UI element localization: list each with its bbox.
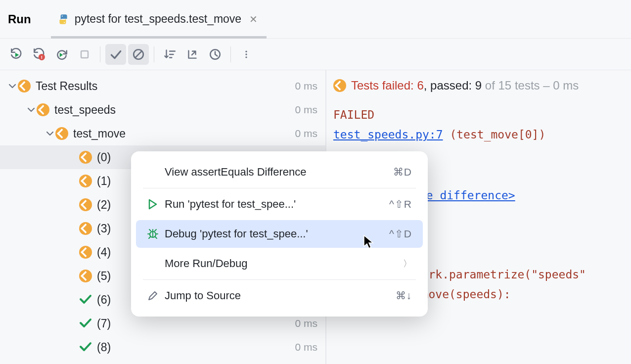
- time-label: 0 ms: [295, 80, 317, 92]
- toggle-autotest-button[interactable]: [51, 44, 72, 65]
- tree-case-row[interactable]: (8) 0 ms: [0, 335, 325, 359]
- tree-node-label: (7): [97, 317, 295, 330]
- test-summary: Tests failed: 6, passed: 9 of 15 tests –…: [333, 75, 625, 96]
- time-label: 0 ms: [295, 128, 317, 139]
- tree-suite-row[interactable]: test_speeds 0 ms: [0, 98, 325, 122]
- tree-node-label: test_speeds: [54, 103, 295, 117]
- svg-rect-9: [81, 51, 88, 58]
- ctx-label: View assertEquals Difference: [165, 166, 393, 179]
- fail-icon: [79, 198, 92, 211]
- run-icon: [147, 198, 165, 210]
- summary-rest: of 15 tests – 0 ms: [482, 79, 579, 92]
- run-config-tab[interactable]: pytest for test_speeds.test_move ✕: [51, 0, 267, 38]
- fail-icon: [18, 80, 31, 92]
- toolbar-separator: [100, 46, 100, 62]
- show-passed-toggle[interactable]: [105, 44, 126, 65]
- ctx-view-diff[interactable]: View assertEquals Difference ⌘D: [136, 158, 423, 186]
- pencil-icon: [147, 290, 165, 302]
- fail-icon: [79, 222, 92, 235]
- fail-icon: [55, 127, 68, 140]
- ctx-run[interactable]: Run 'pytest for test_spee...' ^⇧R: [136, 190, 423, 218]
- context-menu: View assertEquals Difference ⌘D Run 'pyt…: [131, 151, 428, 317]
- tree-node-label: test_move: [73, 127, 295, 140]
- source-link[interactable]: test_speeds.py:7: [333, 128, 443, 141]
- tree-root-row[interactable]: Test Results 0 ms: [0, 74, 325, 98]
- debug-icon: [147, 228, 165, 240]
- tree-node-label: Test Results: [36, 80, 295, 93]
- svg-point-18: [245, 56, 247, 58]
- stop-button[interactable]: [74, 44, 95, 65]
- tree-node-label: (8): [97, 341, 295, 354]
- tab-title: pytest for test_speeds.test_move: [75, 12, 242, 26]
- python-icon: [57, 13, 70, 26]
- chevron-right-icon: 〉: [403, 258, 412, 270]
- ctx-jump-to-source[interactable]: Jump to Source ⌘↓: [136, 282, 423, 310]
- menu-separator: [143, 279, 416, 280]
- ctx-label: More Run/Debug: [165, 257, 403, 270]
- ctx-label: Debug 'pytest for test_spee...': [165, 228, 389, 240]
- chevron-down-icon[interactable]: [26, 105, 37, 114]
- ctx-more-run-debug[interactable]: More Run/Debug 〉: [136, 250, 423, 277]
- close-icon[interactable]: ✕: [246, 12, 261, 26]
- ctx-label: Run 'pytest for test_spee...': [165, 198, 389, 211]
- fail-icon: [79, 270, 92, 282]
- show-ignored-toggle[interactable]: [128, 44, 149, 65]
- test-name-suffix: (test_move[0]): [443, 128, 546, 141]
- time-label: 0 ms: [295, 104, 317, 116]
- svg-point-17: [245, 53, 247, 55]
- menu-separator: [143, 188, 416, 188]
- fail-icon: [333, 79, 346, 92]
- shortcut-label: ⌘↓: [396, 290, 412, 302]
- pass-icon: [79, 293, 92, 306]
- fail-icon: [79, 151, 92, 164]
- time-label: 0 ms: [295, 318, 317, 329]
- toolbar-separator: [154, 46, 154, 62]
- chevron-down-icon[interactable]: [7, 82, 18, 91]
- tool-window-title: Run: [8, 12, 31, 26]
- pass-icon: [79, 341, 92, 354]
- ctx-debug[interactable]: Debug 'pytest for test_spee...' ^⇧D: [136, 220, 423, 248]
- more-actions-button[interactable]: [236, 44, 257, 65]
- shortcut-label: ^⇧R: [389, 198, 412, 210]
- chevron-down-icon[interactable]: [45, 129, 55, 138]
- pass-icon: [79, 317, 92, 330]
- fail-icon: [79, 175, 92, 187]
- expand-collapse-button[interactable]: [182, 44, 203, 65]
- tree-test-row[interactable]: test_move 0 ms: [0, 122, 325, 145]
- svg-point-16: [245, 50, 247, 52]
- rerun-button[interactable]: [6, 44, 27, 65]
- summary-passed: , passed: 9: [424, 79, 482, 92]
- header-bar: Run pytest for test_speeds.test_move ✕: [0, 0, 631, 39]
- shortcut-label: ⌘D: [393, 166, 412, 178]
- time-label: 0 ms: [295, 341, 317, 353]
- svg-line-11: [135, 50, 142, 58]
- rerun-failed-button[interactable]: !: [29, 44, 49, 65]
- svg-text:!: !: [41, 54, 43, 59]
- see-difference-link[interactable]: see difference>: [412, 189, 515, 202]
- toolbar-separator: [230, 46, 231, 62]
- fail-icon: [79, 246, 92, 259]
- summary-failed: Tests failed: 6: [351, 79, 424, 92]
- sort-button[interactable]: [159, 44, 180, 65]
- failed-label: FAILED: [333, 105, 625, 125]
- history-button[interactable]: [205, 44, 225, 65]
- shortcut-label: ^⇧D: [389, 228, 412, 240]
- fail-icon: [37, 103, 49, 116]
- ctx-label: Jump to Source: [165, 289, 396, 302]
- run-toolbar: !: [0, 39, 631, 70]
